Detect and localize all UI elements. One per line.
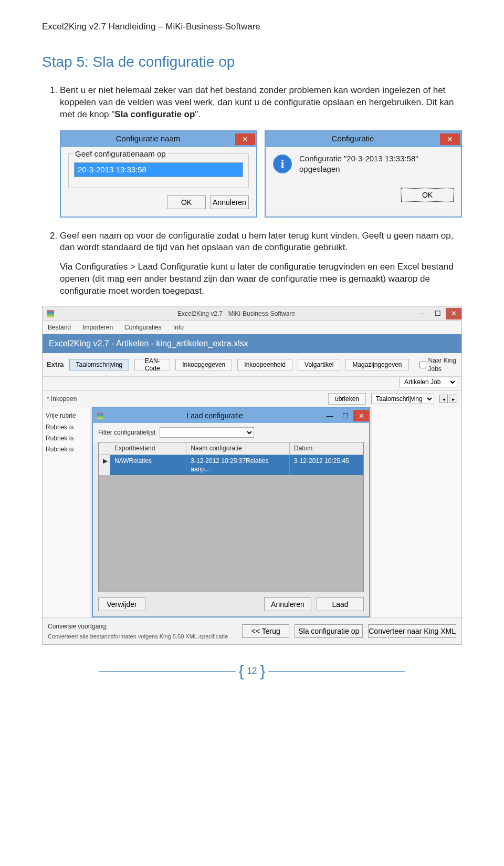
maximize-icon[interactable]: ☐: [430, 308, 446, 319]
ok-button[interactable]: OK: [167, 195, 206, 209]
toolbar-job: Artikelen Job: [43, 377, 461, 391]
col-exportbestand[interactable]: Exportbestand: [110, 442, 186, 454]
config-grid[interactable]: Exportbestand Naam configuratie Datum ▶ …: [98, 442, 364, 592]
row-exportbestand: NAWRelaties: [110, 455, 186, 475]
close-icon[interactable]: ✕: [235, 133, 255, 145]
app-window-controls: — ☐ ✕: [414, 308, 461, 319]
menu-bestand[interactable]: Bestand: [48, 323, 71, 332]
main-ordered-list: Bent u er niet helemaal zeker van dat he…: [42, 85, 462, 298]
footer-spec: Converteert alle bestandsformaten volgen…: [48, 633, 228, 641]
inner-title: Laad configuratie: [108, 411, 322, 421]
filter-label: Filter configuratielijst: [98, 428, 155, 437]
col-naam[interactable]: Naam configuratie: [186, 442, 290, 454]
app-titlebar[interactable]: Excel2King v2.7 - MiKi-Business-Software…: [43, 306, 461, 321]
app-footer: Conversie voortgang: Converteert alle be…: [43, 617, 461, 644]
row-marker: ▶: [99, 455, 110, 475]
inner-titlebar[interactable]: Laad configuratie — ☐ ✕: [93, 408, 369, 423]
app-band: Excel2King v2.7 - Artikelen - king_artik…: [43, 334, 461, 353]
close-icon[interactable]: ✕: [353, 410, 369, 421]
close-icon[interactable]: ✕: [440, 133, 460, 145]
dialog-config-saved: Configuratie ✕ i Configuratie "20-3-2013…: [265, 130, 462, 218]
dialog1-legend: Geef configuratienaam op: [73, 149, 168, 159]
save-config-button[interactable]: Sla configuratie op: [295, 624, 363, 638]
cancel-button[interactable]: Annuleren: [264, 597, 311, 611]
list-item-1: Bent u er niet helemaal zeker van dat he…: [60, 85, 462, 218]
row-naam: 3-12-2012 10:25:37Relaties aanp...: [186, 455, 290, 475]
side-0: Vrije rubrie: [46, 411, 87, 420]
chk-naar-king-label: Naar King Jobs: [428, 356, 458, 373]
doc-header: Excel2King v2.7 Handleiding – MiKi-Busin…: [42, 21, 462, 33]
inner-button-row: Verwijder Annuleren Laad: [93, 592, 369, 616]
app-title: Excel2King v2.7 - MiKi-Business-Software: [58, 310, 414, 318]
back-button[interactable]: << Terug: [242, 624, 289, 638]
side-2: Rubriek is: [46, 434, 87, 442]
page-number: 12: [247, 665, 257, 677]
maximize-icon[interactable]: ☐: [338, 410, 353, 421]
grid-row-selected[interactable]: ▶ NAWRelaties 3-12-2012 10:25:37Relaties…: [99, 455, 363, 475]
filter-select[interactable]: [160, 427, 254, 438]
grid-empty-area: [99, 475, 363, 592]
dialog2-info-row: i Configuratie "20-3-2013 13:33:58" opge…: [273, 153, 454, 175]
p1-bold: Sla configuratie op: [114, 109, 195, 119]
dialog2-message: Configuratie "20-3-2013 13:33:58" opgesl…: [299, 153, 454, 175]
tab-scrollers: ◂ ▸: [439, 395, 457, 403]
step-heading: Stap 5: Sla de configuratie op: [42, 52, 462, 72]
tab-eancode[interactable]: EAN-Code: [134, 359, 170, 370]
minimize-icon[interactable]: —: [414, 308, 430, 319]
job-select[interactable]: Artikelen Job: [400, 377, 457, 387]
cancel-button[interactable]: Annuleren: [210, 195, 249, 209]
row-datum: 3-12-2012 10:25:45: [290, 455, 363, 475]
app-window: Excel2King v2.7 - MiKi-Business-Software…: [42, 306, 462, 645]
app-icon: [97, 413, 103, 419]
load-button[interactable]: Laad: [317, 597, 364, 611]
dialog1-title: Configuratie naam: [61, 133, 235, 144]
scroll-left-icon[interactable]: ◂: [439, 395, 448, 403]
p1-post: ".: [195, 109, 201, 119]
chk-naar-king-input[interactable]: [419, 362, 426, 368]
content-row: Vrije rubrie Rubriek is Rubriek is Rubri…: [43, 407, 461, 617]
filter-row: Filter configuratielijst: [93, 423, 369, 442]
dialogs-row: Configuratie naam ✕ Geef configuratienaa…: [60, 130, 462, 218]
grid-header: Exportbestand Naam configuratie Datum: [99, 442, 363, 455]
row2-ubrieken-btn[interactable]: ubrieken: [328, 393, 366, 405]
dialog-config-name: Configuratie naam ✕ Geef configuratienaa…: [60, 130, 257, 218]
para3: Via Configuraties > Laad Configuratie ku…: [60, 261, 462, 297]
right-side: [372, 407, 461, 617]
dialog2-titlebar[interactable]: Configuratie ✕: [266, 131, 461, 147]
col-marker: [99, 442, 110, 454]
minimize-icon[interactable]: —: [322, 410, 338, 421]
col-datum[interactable]: Datum: [290, 442, 363, 454]
dialog2-title: Configuratie: [266, 133, 440, 144]
inner-window: Laad configuratie — ☐ ✕ Filter configura…: [92, 407, 370, 617]
tab-volgartikel[interactable]: Volgartikel: [298, 359, 340, 370]
row2-select[interactable]: Taalomschrijving 1: [371, 394, 434, 404]
dialog1-groupbox: Geef configuratienaam op: [68, 153, 249, 188]
menu-importeren[interactable]: Importeren: [82, 323, 113, 332]
menu-info[interactable]: Info: [173, 323, 184, 332]
tab-taalomschrijving[interactable]: Taalomschrijving: [69, 359, 130, 370]
tab-inkoopgegeven[interactable]: Inkoopgegeven: [175, 359, 232, 370]
app-menu: Bestand Importeren Configuraties Info: [43, 321, 461, 334]
side-col: Vrije rubrie Rubriek is Rubriek is Rubri…: [43, 407, 90, 617]
chk-naar-king[interactable]: Naar King Jobs: [419, 356, 458, 373]
close-icon[interactable]: ✕: [446, 308, 461, 319]
dialog2-body: i Configuratie "20-3-2013 13:33:58" opge…: [266, 147, 461, 210]
dialog1-titlebar[interactable]: Configuratie naam ✕: [61, 131, 256, 147]
info-icon: i: [273, 154, 292, 173]
side-3: Rubriek is: [46, 445, 87, 453]
scroll-right-icon[interactable]: ▸: [449, 395, 457, 403]
menu-configuraties[interactable]: Configuraties: [124, 323, 162, 332]
config-name-input[interactable]: [74, 162, 243, 177]
delete-button[interactable]: Verwijder: [98, 597, 145, 611]
extra-label: Extra: [47, 360, 64, 369]
bracket-right-icon: }: [257, 661, 268, 682]
page-number-wrap: { 12 }: [42, 661, 462, 682]
convert-button[interactable]: Converteer naar King XML: [368, 624, 456, 638]
ok-button[interactable]: OK: [401, 188, 454, 202]
para2: Geef een naam op voor de configuratie zo…: [60, 231, 453, 253]
tab-inkoopeenheid[interactable]: Inkoopeenheid: [237, 359, 292, 370]
tab-magazijngegeven[interactable]: Magazijngegeven: [345, 359, 408, 370]
footer-progress-label: Conversie voortgang:: [48, 622, 228, 631]
inner-window-controls: — ☐ ✕: [322, 410, 369, 421]
bracket-left-icon: {: [236, 661, 247, 682]
